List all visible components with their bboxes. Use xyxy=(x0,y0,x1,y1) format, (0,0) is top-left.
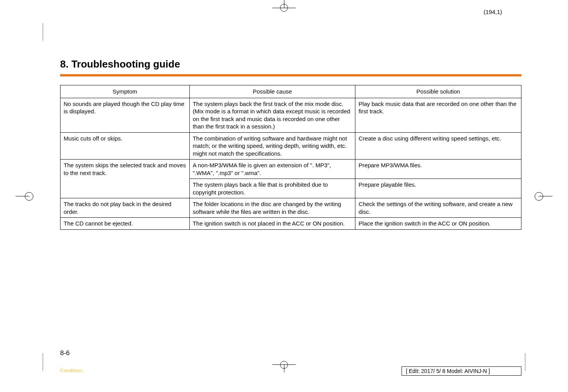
table-row: The CD cannot be ejected. The ignition s… xyxy=(61,218,521,230)
page-coordinate: (194,1) xyxy=(483,9,502,15)
cell-solution: Place the ignition switch in the ACC or … xyxy=(355,218,521,230)
cell-solution: Prepare playable files. xyxy=(355,179,521,198)
cell-symptom: The CD cannot be ejected. xyxy=(61,218,190,230)
trim-mark xyxy=(43,353,43,371)
page-number: 8-6 xyxy=(60,349,70,357)
cell-symptom: No sounds are played though the CD play … xyxy=(61,98,190,132)
cell-cause: A non-MP3/WMA file is given an extension… xyxy=(189,160,355,179)
cell-cause: The folder locations in the disc are cha… xyxy=(189,198,355,218)
crop-mark-bottom xyxy=(272,362,296,373)
cell-cause: The combination of writing software and … xyxy=(189,132,355,160)
table-row: The system skips the selected track and … xyxy=(61,160,521,179)
crop-mark-top xyxy=(272,0,296,11)
crop-mark-right xyxy=(539,196,552,196)
table-row: Music cuts off or skips. The combination… xyxy=(61,132,521,160)
section-title: 8. Troubleshooting guide xyxy=(60,58,521,70)
cell-cause: The system plays back a file that is pro… xyxy=(189,179,355,198)
cell-solution: Prepare MP3/WMA files. xyxy=(355,160,521,179)
col-symptom: Symptom xyxy=(61,85,190,98)
trim-mark xyxy=(525,353,525,371)
cell-solution: Play back music data that are recorded o… xyxy=(355,98,521,132)
cell-symptom: Music cuts off or skips. xyxy=(61,132,190,160)
table-header-row: Symptom Possible cause Possible solution xyxy=(61,85,521,98)
cell-cause: The system plays back the first track of… xyxy=(189,98,355,132)
table-row: No sounds are played though the CD play … xyxy=(61,98,521,132)
cell-cause: The ignition switch is not placed in the… xyxy=(189,218,355,230)
page-content: 8. Troubleshooting guide Symptom Possibl… xyxy=(60,58,521,230)
crop-mark-left xyxy=(16,196,29,196)
table-row: The tracks do not play back in the desir… xyxy=(61,198,521,218)
condition-label: Condition: xyxy=(60,368,83,373)
cell-solution: Create a disc using different writing sp… xyxy=(355,132,521,160)
trim-mark xyxy=(43,23,43,41)
title-underline xyxy=(60,74,521,76)
cell-symptom: The tracks do not play back in the desir… xyxy=(61,198,190,218)
troubleshooting-table: Symptom Possible cause Possible solution… xyxy=(60,85,521,230)
col-solution: Possible solution xyxy=(355,85,521,98)
edit-info-box: [ Edit: 2017/ 5/ 8 Model: AIVINJ-N ] xyxy=(402,366,521,376)
col-cause: Possible cause xyxy=(189,85,355,98)
cell-solution: Check the settings of the writing softwa… xyxy=(355,198,521,218)
cell-symptom: The system skips the selected track and … xyxy=(61,160,190,198)
